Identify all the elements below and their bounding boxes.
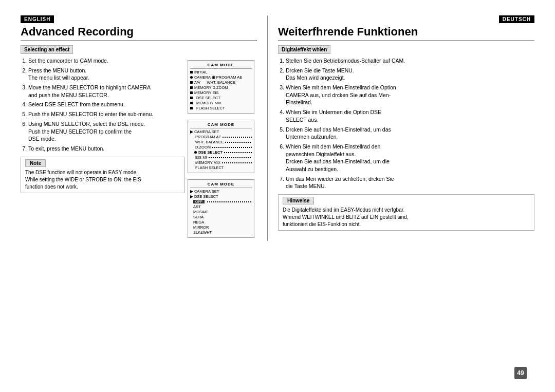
hinweis-box: Hinweise Die Digitaleffekte sind im EASY… bbox=[278, 194, 534, 231]
en-step-1: Set the camcorder to CAM mode. bbox=[28, 57, 185, 65]
de-step-1: Stellen Sie den Betriebsmodus-Schalter a… bbox=[286, 57, 534, 65]
en-step-5: Push the MENU SELECTOR to enter the sub-… bbox=[28, 110, 185, 118]
de-step-7: Um das Men wieder zu schließen, drcken S… bbox=[286, 175, 534, 190]
de-step-2: Drcken Sie die Taste MENU.Das Men wird a… bbox=[286, 67, 534, 82]
english-title: Advanced Recording bbox=[21, 25, 257, 41]
de-step-6: Whlen Sie mit dem Men‑Einstellrad dengew… bbox=[286, 143, 534, 173]
note-box: Note The DSE function will not operate i… bbox=[21, 157, 185, 193]
page-number: 49 bbox=[514, 367, 527, 379]
cam-mode-diagram-1: CAM MODE INITIAL CAMERA ◉ PROGRAM AE A/V… bbox=[188, 60, 254, 114]
cam-mode-diagram-3: CAM MODE ▶CAMERA SET ▶DSE SELECT OFF ART… bbox=[188, 179, 254, 238]
cam-mode-diagram-2: CAM MODE ▶CAMERA SET PROGRAM AE WHT. BAL… bbox=[188, 120, 254, 173]
en-step-6: Using MENU SELECTOR, select the DSE mode… bbox=[28, 120, 185, 143]
note-label: Note bbox=[25, 159, 46, 167]
en-step-4: Select DSE SELECT from the submenu. bbox=[28, 101, 185, 108]
deutsch-section-label: Digitaleffekt whlen bbox=[278, 45, 330, 54]
deutsch-title: Weiterfhrende Funktionen bbox=[278, 25, 534, 41]
de-step-3: Whlen Sie mit dem Men‑Einstellrad die Op… bbox=[286, 84, 534, 106]
note-text: The DSE function will not operate in EAS… bbox=[25, 169, 180, 191]
english-section-label: Selecting an effect bbox=[21, 45, 73, 54]
hinweis-label: Hinweise bbox=[283, 197, 314, 204]
english-badge: ENGLISH bbox=[21, 15, 54, 23]
de-step-4: Whlen Sie im Untermen die Option DSESELE… bbox=[286, 108, 534, 123]
deutsch-badge: DEUTSCH bbox=[499, 15, 534, 23]
en-step-2: Press the MENU button.The menu list will… bbox=[28, 67, 185, 82]
hinweis-text: Die Digitaleffekte sind im EASY-Modus ni… bbox=[283, 207, 530, 228]
en-step-7: To exit, press the MENU button. bbox=[28, 145, 185, 153]
de-step-5: Drcken Sie auf das Men‑Einstellrad, um d… bbox=[286, 126, 534, 141]
en-step-3: Move the MENU SELECTOR to highlight CAME… bbox=[28, 84, 185, 99]
